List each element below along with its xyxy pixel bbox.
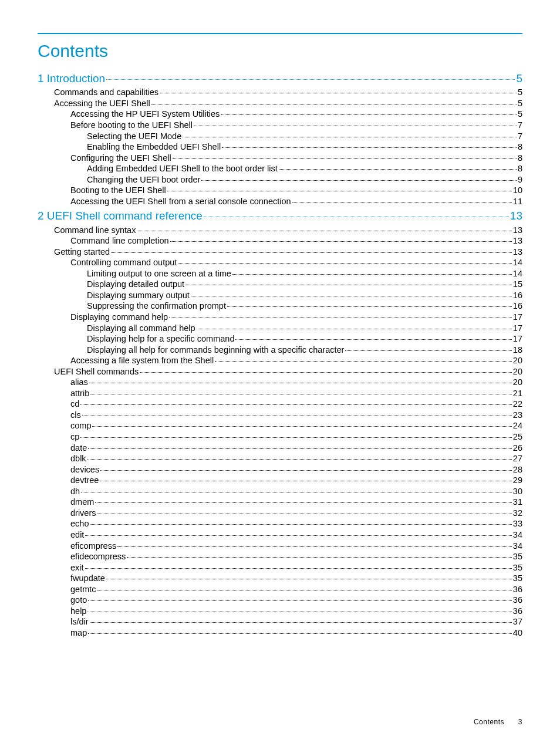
toc-entry-label: ls/dir bbox=[70, 616, 89, 627]
toc-entry[interactable]: date26 bbox=[38, 443, 522, 454]
toc-entry-label: Limiting output to one screen at a time bbox=[87, 268, 231, 279]
toc-entry-page: 5 bbox=[516, 72, 522, 86]
toc-entry[interactable]: Booting to the UEFI Shell10 bbox=[38, 185, 522, 196]
toc-entry-label: help bbox=[70, 606, 86, 617]
toc-entry[interactable]: Accessing the UEFI Shell from a serial c… bbox=[38, 196, 522, 207]
toc-leader bbox=[140, 372, 512, 373]
toc-entry-page: 17 bbox=[513, 333, 522, 345]
toc-entry-page: 5 bbox=[518, 98, 522, 109]
toc-entry[interactable]: Accessing a file system from the Shell20 bbox=[38, 355, 522, 366]
toc-entry-label: Changing the UEFI boot order bbox=[87, 174, 200, 185]
toc-entry-label: Accessing the UEFI Shell from a serial c… bbox=[70, 196, 291, 207]
toc-entry[interactable]: cls23 bbox=[38, 410, 522, 421]
toc-entry[interactable]: 2 UEFI Shell command reference13 bbox=[38, 209, 522, 223]
toc-entry-page: 35 bbox=[513, 573, 522, 584]
toc-entry[interactable]: Enabling the Embedded UEFI Shell8 bbox=[38, 141, 522, 153]
toc-entry[interactable]: cd22 bbox=[38, 399, 522, 410]
toc-entry[interactable]: Displaying all help for commands beginni… bbox=[38, 345, 522, 356]
toc-leader bbox=[194, 126, 517, 126]
toc-entry[interactable]: Displaying summary output16 bbox=[38, 290, 522, 301]
toc-entry[interactable]: dmem31 bbox=[38, 497, 522, 508]
toc-entry-label: cp bbox=[70, 431, 79, 443]
toc-entry[interactable]: edit34 bbox=[38, 529, 522, 541]
toc-entry[interactable]: dblk27 bbox=[38, 453, 522, 464]
toc-entry-page: 14 bbox=[513, 257, 522, 268]
toc-entry[interactable]: Limiting output to one screen at a time1… bbox=[38, 268, 522, 279]
toc-leader bbox=[88, 448, 512, 449]
toc-leader bbox=[232, 274, 512, 275]
toc-entry[interactable]: alias20 bbox=[38, 377, 522, 388]
toc-leader bbox=[85, 535, 511, 536]
toc-entry-label: Adding Embedded UEFI Shell to the boot o… bbox=[87, 163, 278, 174]
toc-entry-label: Displaying all command help bbox=[87, 323, 195, 334]
toc-entry-label: devtree bbox=[70, 475, 99, 486]
toc-entry-label: goto bbox=[70, 595, 87, 606]
toc-entry[interactable]: Commands and capabilities5 bbox=[38, 87, 522, 98]
toc-entry-label: devices bbox=[70, 464, 99, 475]
toc-entry[interactable]: exit35 bbox=[38, 562, 522, 573]
toc-entry[interactable]: Suppressing the confirmation prompt16 bbox=[38, 301, 522, 312]
toc-entry[interactable]: Getting started 13 bbox=[38, 247, 522, 258]
toc-entry[interactable]: goto36 bbox=[38, 595, 522, 606]
toc-entry-page: 28 bbox=[513, 464, 522, 475]
toc-entry[interactable]: Command line completion13 bbox=[38, 235, 522, 247]
toc-entry-label: 2 UEFI Shell command reference bbox=[38, 209, 203, 223]
toc-entry-label: Accessing the UEFI Shell bbox=[54, 98, 150, 109]
toc-leader bbox=[90, 524, 511, 525]
toc-entry[interactable]: Displaying command help17 bbox=[38, 312, 522, 323]
toc-entry[interactable]: drivers32 bbox=[38, 508, 522, 519]
toc-entry[interactable]: efidecompress35 bbox=[38, 551, 522, 562]
toc-entry[interactable]: map40 bbox=[38, 627, 522, 639]
toc-entry-page: 36 bbox=[513, 584, 522, 595]
toc-entry[interactable]: Before booting to the UEFI Shell7 bbox=[38, 120, 522, 131]
toc-entry[interactable]: echo33 bbox=[38, 518, 522, 529]
toc-entry[interactable]: dh30 bbox=[38, 486, 522, 497]
toc-entry-page: 7 bbox=[518, 120, 522, 131]
toc-entry-label: Accessing the HP UEFI System Utilities bbox=[70, 109, 220, 120]
toc-entry[interactable]: Command line syntax13 bbox=[38, 225, 522, 236]
toc-entry[interactable]: getmtc36 bbox=[38, 584, 522, 595]
toc-entry[interactable]: 1 Introduction5 bbox=[38, 72, 522, 86]
toc-entry[interactable]: Displaying all command help17 bbox=[38, 323, 522, 334]
toc-entry-label: Configuring the UEFI Shell bbox=[70, 153, 171, 164]
toc-entry-page: 15 bbox=[513, 279, 522, 290]
toc-leader bbox=[197, 329, 512, 329]
toc-entry-label: map bbox=[70, 627, 87, 639]
toc-entry[interactable]: devices28 bbox=[38, 464, 522, 475]
toc-entry-label: echo bbox=[70, 518, 89, 529]
toc-leader bbox=[169, 318, 512, 318]
toc-entry-page: 5 bbox=[518, 109, 522, 120]
toc-leader bbox=[117, 546, 512, 547]
toc-entry-label: fwupdate bbox=[70, 573, 105, 584]
toc-entry-page: 9 bbox=[518, 174, 522, 185]
toc-entry-label: 1 Introduction bbox=[38, 72, 105, 86]
toc-entry[interactable]: Displaying help for a specific command17 bbox=[38, 333, 522, 345]
toc-leader bbox=[92, 426, 511, 427]
toc-entry[interactable]: UEFI Shell commands20 bbox=[38, 366, 522, 377]
toc-entry[interactable]: attrib21 bbox=[38, 388, 522, 399]
toc-entry-page: 16 bbox=[513, 290, 522, 301]
toc-leader bbox=[87, 459, 512, 460]
top-rule bbox=[38, 33, 522, 34]
toc-entry[interactable]: Controlling command output14 bbox=[38, 257, 522, 268]
toc-entry[interactable]: Adding Embedded UEFI Shell to the boot o… bbox=[38, 163, 522, 174]
toc-entry[interactable]: Changing the UEFI boot order9 bbox=[38, 174, 522, 185]
toc-entry[interactable]: Selecting the UEFI Mode7 bbox=[38, 131, 522, 142]
toc-entry-label: dmem bbox=[70, 497, 94, 508]
toc-entry[interactable]: Accessing the UEFI Shell5 bbox=[38, 98, 522, 109]
toc-entry-page: 24 bbox=[513, 420, 522, 431]
toc-entry[interactable]: cp25 bbox=[38, 431, 522, 443]
toc-entry-page: 40 bbox=[513, 627, 522, 639]
toc-entry-page: 20 bbox=[513, 377, 522, 388]
toc-entry[interactable]: ls/dir37 bbox=[38, 616, 522, 627]
toc-entry[interactable]: help36 bbox=[38, 606, 522, 617]
toc-entry[interactable]: Configuring the UEFI Shell8 bbox=[38, 153, 522, 164]
toc-entry[interactable]: Accessing the HP UEFI System Utilities5 bbox=[38, 109, 522, 120]
toc-entry[interactable]: comp24 bbox=[38, 420, 522, 431]
toc-entry-page: 21 bbox=[513, 388, 522, 399]
toc-entry[interactable]: fwupdate35 bbox=[38, 573, 522, 584]
toc-entry[interactable]: devtree29 bbox=[38, 475, 522, 486]
toc-entry[interactable]: eficompress34 bbox=[38, 541, 522, 552]
toc-entry[interactable]: Displaying detailed output15 bbox=[38, 279, 522, 290]
toc-entry-label: Commands and capabilities bbox=[54, 87, 158, 98]
